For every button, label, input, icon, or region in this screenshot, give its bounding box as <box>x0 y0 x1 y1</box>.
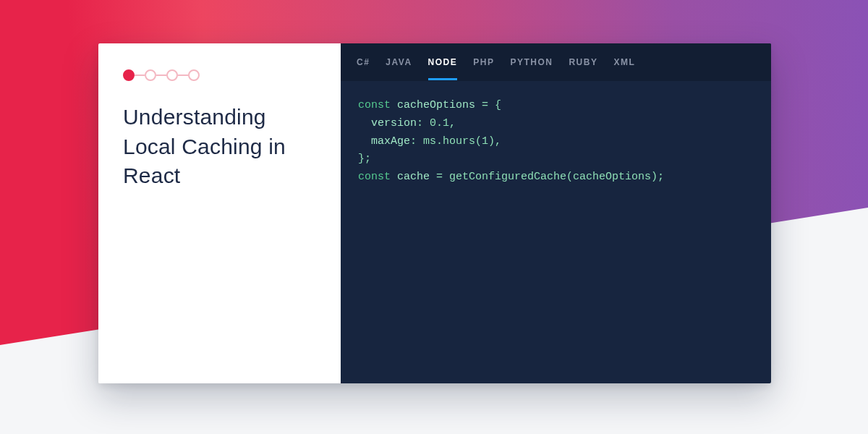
code-identifier: cache <box>397 171 430 183</box>
tab-xml[interactable]: XML <box>613 44 635 80</box>
code-keyword: const <box>358 171 397 183</box>
progress-step-dot <box>188 69 200 81</box>
code-text: }; <box>358 153 371 165</box>
progress-segment <box>135 75 145 76</box>
progress-step-dot <box>166 69 178 81</box>
progress-step-dot <box>123 69 135 81</box>
tab-java[interactable]: JAVA <box>386 44 412 80</box>
code-indent <box>358 135 371 148</box>
code-text: = getConfiguredCache(cacheOptions); <box>430 171 664 183</box>
code-indent <box>358 117 371 129</box>
progress-segment <box>178 75 188 76</box>
tab-node[interactable]: NODE <box>428 44 458 80</box>
tab-php[interactable]: PHP <box>473 44 494 80</box>
code-identifier: version <box>371 117 417 129</box>
code-identifier: cacheOptions <box>397 99 475 111</box>
tab-csharp[interactable]: C# <box>357 44 370 80</box>
language-tabs: C# JAVA NODE PHP PYTHON RUBY XML <box>341 43 771 81</box>
code-keyword: const <box>358 99 397 111</box>
code-text: : 0.1, <box>417 117 456 129</box>
progress-step-dot <box>145 69 156 81</box>
code-identifier: maxAge <box>371 135 410 148</box>
article-text-pane: Understanding Local Caching in React <box>98 43 341 383</box>
article-card: Understanding Local Caching in React C# … <box>98 43 771 383</box>
code-text: : ms.hours(1), <box>410 135 501 148</box>
article-title: Understanding Local Caching in React <box>123 103 318 191</box>
tab-ruby[interactable]: RUBY <box>569 44 597 80</box>
code-pane: C# JAVA NODE PHP PYTHON RUBY XML const c… <box>341 43 771 383</box>
progress-indicator <box>123 69 318 81</box>
code-block: const cacheOptions = { version: 0.1, max… <box>341 81 771 203</box>
code-text: = { <box>475 99 501 111</box>
progress-segment <box>156 75 166 76</box>
tab-python[interactable]: PYTHON <box>510 44 553 80</box>
